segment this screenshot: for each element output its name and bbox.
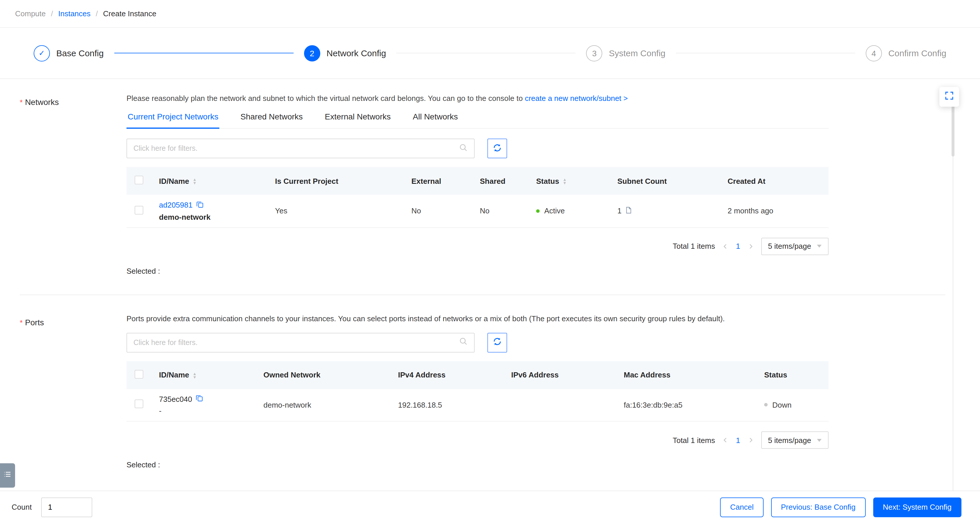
chevron-right-icon[interactable] <box>748 243 753 249</box>
ports-filter-input[interactable] <box>134 338 459 346</box>
check-icon: ✓ <box>33 45 50 61</box>
breadcrumb-instances[interactable]: Instances <box>58 9 91 18</box>
tab-current-project-networks[interactable]: Current Project Networks <box>126 107 220 129</box>
tab-all-networks[interactable]: All Networks <box>412 107 459 128</box>
step-number: 3 <box>586 45 603 61</box>
previous-step-button[interactable]: Previous: Base Config <box>771 497 865 517</box>
column-header-status: Status <box>536 177 559 185</box>
count-input[interactable] <box>41 497 92 517</box>
column-header-status: Status <box>764 371 787 379</box>
networks-selected-label: Selected : <box>126 266 829 275</box>
networks-filter-row <box>126 139 829 158</box>
chevron-left-icon[interactable] <box>723 437 729 443</box>
breadcrumb-compute[interactable]: Compute <box>15 9 46 18</box>
network-tabs: Current Project Networks Shared Networks… <box>126 107 829 129</box>
networks-filter-input[interactable] <box>134 144 459 152</box>
drawer-handle[interactable] <box>0 463 15 488</box>
step-confirm-config[interactable]: 4 Confirm Config <box>866 45 947 61</box>
ports-field-content: Ports provide extra communication channe… <box>126 314 829 469</box>
chevron-right-icon[interactable] <box>748 437 753 443</box>
ports-page-1[interactable]: 1 <box>736 436 740 444</box>
chevron-down-icon <box>817 439 822 442</box>
step-connector <box>676 53 855 53</box>
networks-section: *Networks Please reasonably plan the net… <box>20 94 980 275</box>
step-number: 2 <box>304 45 320 61</box>
sort-carets-icon[interactable]: ▲▼ <box>192 178 197 185</box>
sync-icon <box>493 143 502 154</box>
ports-description: Ports provide extra communication channe… <box>126 314 829 323</box>
ports-page-size-select[interactable]: 5 items/page <box>761 431 829 449</box>
networks-notice: Please reasonably plan the network and s… <box>126 94 829 103</box>
networks-page-1[interactable]: 1 <box>736 242 740 250</box>
breadcrumb: Compute / Instances / Create Instance <box>0 0 980 28</box>
next-step-button[interactable]: Next: System Config <box>873 497 961 517</box>
networks-field-label: *Networks <box>20 94 126 275</box>
breadcrumb-separator: / <box>51 9 53 18</box>
port-name: - <box>159 407 250 415</box>
step-label: Confirm Config <box>888 48 947 58</box>
networks-filter-input-wrapper <box>126 139 475 158</box>
port-table-row: 735ec040 - demo-network 192.168.18.5 <box>126 389 829 421</box>
tab-external-networks[interactable]: External Networks <box>324 107 392 128</box>
networks-page-size-select[interactable]: 5 items/page <box>761 238 829 255</box>
sort-carets-icon[interactable]: ▲▼ <box>192 372 197 379</box>
network-row-checkbox[interactable] <box>135 206 143 214</box>
cell-external: No <box>411 207 421 216</box>
tab-shared-networks[interactable]: Shared Networks <box>239 107 304 128</box>
networks-table-header-row: ID/Name▲▼ Is Current Project External Sh… <box>126 167 829 195</box>
networks-label-text: Networks <box>25 97 59 107</box>
networks-select-all-checkbox[interactable] <box>135 176 143 184</box>
network-table-row: ad205981 demo-network Yes No No <box>126 195 829 227</box>
port-id: 735ec040 <box>159 395 192 404</box>
ports-pagination: Total 1 items 1 5 items/page <box>126 431 829 449</box>
count-label: Count <box>12 503 32 511</box>
cell-mac: fa:16:3e:db:9e:a5 <box>624 401 682 409</box>
sync-icon <box>493 337 502 348</box>
ports-section: *Ports Ports provide extra communication… <box>20 314 980 469</box>
network-status-text: Active <box>544 207 565 216</box>
networks-table: ID/Name▲▼ Is Current Project External Sh… <box>126 167 829 228</box>
copy-icon[interactable] <box>196 395 203 404</box>
step-base-config[interactable]: ✓ Base Config <box>33 45 103 61</box>
file-icon[interactable] <box>625 206 632 216</box>
chevron-down-icon <box>817 245 822 247</box>
network-id-link[interactable]: ad205981 <box>159 201 192 209</box>
column-header-id-name: ID/Name <box>159 177 189 185</box>
footer-bar: Count Cancel Previous: Base Config Next:… <box>0 491 980 523</box>
ports-filter-input-wrapper <box>126 333 475 352</box>
ports-table-header-row: ID/Name▲▼ Owned Network IPv4 Address IPv… <box>126 361 829 389</box>
search-icon[interactable] <box>459 337 468 348</box>
chevron-left-icon[interactable] <box>723 243 729 249</box>
step-connector <box>396 53 576 53</box>
ports-field-label: *Ports <box>20 314 126 469</box>
step-network-config[interactable]: 2 Network Config <box>304 45 386 61</box>
port-row-checkbox[interactable] <box>135 400 143 409</box>
section-divider <box>20 294 945 295</box>
list-icon <box>3 470 12 481</box>
networks-notice-text: Please reasonably plan the network and s… <box>126 94 523 103</box>
required-mark: * <box>20 98 22 107</box>
ports-table: ID/Name▲▼ Owned Network IPv4 Address IPv… <box>126 361 829 422</box>
column-header-ipv4: IPv4 Address <box>398 371 445 379</box>
create-network-link[interactable]: create a new network/subnet > <box>525 94 628 103</box>
column-header-subnet-count: Subnet Count <box>617 177 667 185</box>
steps-bar: ✓ Base Config 2 Network Config 3 System … <box>0 28 980 79</box>
step-number: 4 <box>866 45 882 61</box>
status-dot <box>536 209 539 213</box>
sort-carets-icon[interactable]: ▲▼ <box>563 178 566 185</box>
search-icon[interactable] <box>459 143 468 154</box>
status-dot <box>764 403 768 407</box>
cancel-button[interactable]: Cancel <box>720 497 764 517</box>
ports-page-size-value: 5 items/page <box>768 436 811 444</box>
networks-refresh-button[interactable] <box>487 139 507 158</box>
cell-shared: No <box>480 207 489 216</box>
column-header-mac: Mac Address <box>624 371 670 379</box>
copy-icon[interactable] <box>196 201 204 210</box>
breadcrumb-separator: / <box>96 9 98 18</box>
required-mark: * <box>20 318 22 327</box>
step-system-config[interactable]: 3 System Config <box>586 45 665 61</box>
expand-panel-button[interactable] <box>939 87 959 107</box>
ports-select-all-checkbox[interactable] <box>135 370 143 378</box>
column-header-shared: Shared <box>480 177 505 185</box>
ports-refresh-button[interactable] <box>487 333 507 352</box>
